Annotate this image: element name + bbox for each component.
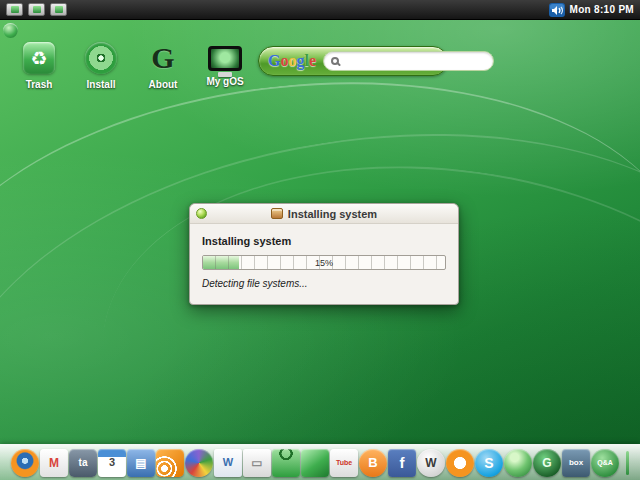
desktop-icon-label: Install (87, 79, 116, 90)
panel-status-area: Mon 8:10 PM (549, 3, 634, 17)
dock-icon-calendar[interactable]: 3 (98, 449, 126, 477)
installer-heading: Installing system (202, 235, 446, 247)
install-disc-icon (85, 42, 117, 74)
panel-window-button-2[interactable] (28, 3, 45, 16)
dock-icon-box[interactable]: box (562, 449, 590, 477)
panel-window-buttons (6, 3, 67, 16)
dock-icon-qna[interactable]: Q&A (591, 449, 619, 477)
desktop-icon-install[interactable]: Install (74, 42, 128, 90)
installer-window: Installing system Installing system 15% … (189, 203, 459, 305)
google-search-widget: Google (258, 46, 448, 76)
gos-g-logo-icon: G (147, 42, 179, 74)
panel-window-button-3[interactable] (50, 3, 67, 16)
dock-icon-shopping-bag[interactable] (272, 449, 300, 477)
progress-percent-label: 15% (203, 256, 445, 269)
dock-icon-photos[interactable]: ▭ (243, 449, 271, 477)
window-thumbnail-icon (11, 6, 19, 13)
dock-icon-facebook[interactable]: f (388, 449, 416, 477)
installer-titlebar[interactable]: Installing system (190, 204, 458, 224)
top-panel: Mon 8:10 PM (0, 0, 640, 20)
dock-icon-google-reader[interactable] (156, 449, 184, 477)
dock-icon-youtube[interactable]: Tube (330, 449, 358, 477)
dock-icon-wikipedia[interactable]: W (417, 449, 445, 477)
desktop-icon-mygos[interactable]: My gOS (198, 42, 252, 90)
dock-icon-writer[interactable]: W (214, 449, 242, 477)
gos-logo-watermark (3, 23, 18, 38)
trash-recycle-icon: ♻ (23, 42, 55, 74)
dock-handle[interactable] (626, 451, 629, 475)
desktop-icon-about[interactable]: G About (136, 42, 190, 90)
dock-icon-picasa[interactable] (185, 449, 213, 477)
desktop-icon-label: My gOS (206, 76, 243, 87)
window-menu-orb-button[interactable] (196, 208, 207, 219)
dock-icon-green-orb[interactable] (504, 449, 532, 477)
progress-bar: 15% (202, 255, 446, 270)
dock-icon-green-box[interactable] (301, 449, 329, 477)
dock-icon-firefox[interactable] (11, 449, 39, 477)
dock-icon-blogger[interactable]: B (359, 449, 387, 477)
desktop: Mon 8:10 PM ♻ Trash Install G About My g… (0, 0, 640, 480)
monitor-icon (208, 46, 242, 71)
google-logo: Google (268, 53, 316, 69)
installer-status-text: Detecting file systems... (202, 278, 446, 289)
search-input[interactable] (344, 55, 486, 67)
google-logo-letter: G (268, 53, 280, 69)
desktop-icon-label: About (149, 79, 178, 90)
google-logo-letter: e (309, 53, 316, 69)
dock-icon-orange-orb[interactable] (446, 449, 474, 477)
window-thumbnail-icon (33, 6, 41, 13)
panel-window-button-1[interactable] (6, 3, 23, 16)
desktop-icon-row: ♻ Trash Install G About My gOS (12, 42, 252, 90)
desktop-icon-label: Trash (26, 79, 53, 90)
volume-icon[interactable] (549, 3, 565, 17)
search-field[interactable] (323, 51, 494, 71)
search-icon (331, 57, 339, 65)
clock[interactable]: Mon 8:10 PM (570, 4, 634, 15)
window-title: Installing system (288, 208, 377, 220)
dock-icon-meebo[interactable]: ta (69, 449, 97, 477)
dock: M ta 3 ▤ W ▭ Tube B f W S (0, 444, 640, 480)
window-thumbnail-icon (55, 6, 63, 13)
dock-icon-gos[interactable]: G (533, 449, 561, 477)
dock-icon-gmail[interactable]: M (40, 449, 68, 477)
desktop-icon-trash[interactable]: ♻ Trash (12, 42, 66, 90)
installer-body: Installing system 15% Detecting file sys… (190, 224, 458, 304)
installer-package-icon (271, 208, 283, 219)
dock-icon-skype[interactable]: S (475, 449, 503, 477)
dock-icon-google-docs[interactable]: ▤ (127, 449, 155, 477)
